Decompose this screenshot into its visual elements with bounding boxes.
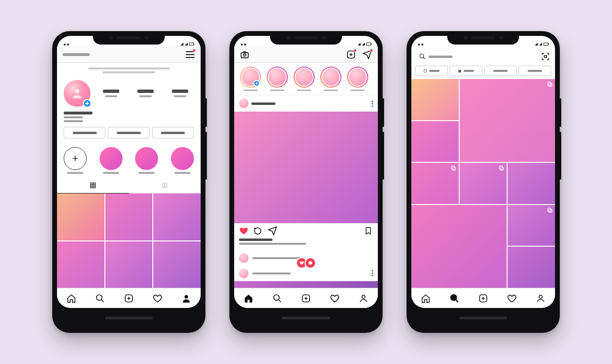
bottom-nav bbox=[57, 288, 201, 308]
category-chip[interactable] bbox=[450, 66, 482, 76]
message-button[interactable] bbox=[108, 127, 149, 138]
nav-home-icon[interactable] bbox=[421, 294, 431, 303]
multi-post-icon bbox=[499, 166, 504, 171]
more-button[interactable] bbox=[152, 127, 194, 138]
svg-point-17 bbox=[451, 295, 457, 300]
post-image[interactable] bbox=[234, 112, 378, 223]
multi-post-icon bbox=[451, 166, 456, 171]
svg-point-4 bbox=[97, 295, 102, 300]
feed-top-bar bbox=[234, 46, 378, 63]
explore-tile[interactable] bbox=[508, 163, 555, 204]
profile-avatar[interactable] bbox=[64, 80, 91, 107]
highlight-item[interactable] bbox=[171, 147, 194, 170]
follow-button[interactable] bbox=[64, 127, 105, 138]
menu-icon[interactable] bbox=[185, 50, 195, 59]
comment-reaction-icon bbox=[305, 257, 316, 269]
device-notch bbox=[447, 31, 519, 45]
nav-home-icon[interactable] bbox=[67, 294, 76, 303]
nav-search-icon[interactable] bbox=[450, 294, 459, 303]
device-notch bbox=[93, 31, 165, 45]
like-icon[interactable] bbox=[239, 226, 249, 236]
share-icon[interactable] bbox=[268, 226, 277, 236]
multi-post-icon bbox=[547, 82, 552, 87]
multi-post-icon bbox=[547, 208, 552, 213]
signal-icon bbox=[185, 43, 188, 46]
tab-grid[interactable] bbox=[57, 178, 129, 193]
save-icon[interactable] bbox=[363, 226, 373, 236]
new-post-icon[interactable] bbox=[346, 50, 356, 59]
tab-tagged[interactable] bbox=[129, 178, 201, 193]
nav-activity-icon[interactable] bbox=[507, 294, 517, 303]
explore-tile[interactable] bbox=[508, 247, 555, 288]
svg-point-11 bbox=[274, 295, 280, 300]
post-thumbnail[interactable] bbox=[105, 193, 153, 240]
profile-header bbox=[57, 76, 201, 143]
svg-point-19 bbox=[539, 295, 543, 298]
story-item[interactable] bbox=[346, 67, 369, 91]
search-input[interactable] bbox=[416, 50, 537, 63]
category-chip[interactable] bbox=[484, 66, 517, 76]
nav-activity-icon[interactable] bbox=[153, 294, 162, 303]
highlight-item[interactable] bbox=[100, 147, 123, 170]
explore-tile[interactable] bbox=[411, 79, 459, 120]
svg-point-6 bbox=[185, 295, 188, 298]
nav-profile-icon[interactable] bbox=[536, 294, 545, 303]
story-item[interactable] bbox=[293, 67, 316, 91]
add-story-badge[interactable] bbox=[83, 99, 91, 108]
explore-tile[interactable] bbox=[411, 163, 459, 204]
scan-icon[interactable] bbox=[541, 52, 550, 61]
highlight-item[interactable] bbox=[135, 147, 158, 170]
post-author-avatar[interactable] bbox=[239, 99, 249, 108]
stat-following[interactable] bbox=[166, 90, 194, 97]
svg-point-8 bbox=[244, 54, 246, 56]
explore-tile[interactable] bbox=[411, 121, 459, 162]
profile-posts-grid bbox=[57, 193, 201, 288]
svg-point-3 bbox=[164, 184, 165, 185]
post-options-icon[interactable] bbox=[372, 101, 373, 107]
nav-home-icon[interactable] bbox=[244, 294, 253, 303]
nav-search-icon[interactable] bbox=[272, 294, 282, 303]
svg-point-13 bbox=[362, 295, 365, 298]
stat-followers[interactable] bbox=[132, 90, 159, 97]
post-author-name[interactable] bbox=[251, 102, 275, 105]
your-story[interactable] bbox=[239, 67, 262, 91]
post-actions-bar bbox=[234, 223, 378, 239]
add-highlight-button[interactable]: + bbox=[64, 147, 87, 170]
post-thumbnail[interactable] bbox=[153, 241, 201, 288]
explore-tile[interactable] bbox=[460, 79, 555, 162]
category-chip[interactable] bbox=[415, 66, 448, 76]
post-thumbnail[interactable] bbox=[153, 193, 201, 240]
category-chip[interactable] bbox=[519, 66, 551, 76]
battery-icon bbox=[189, 43, 194, 46]
comment-options-icon[interactable] bbox=[372, 270, 373, 276]
camera-icon[interactable] bbox=[240, 50, 249, 59]
nav-add-icon[interactable] bbox=[301, 294, 311, 303]
story-item[interactable] bbox=[319, 67, 342, 91]
stat-posts[interactable] bbox=[97, 90, 125, 97]
username-label[interactable] bbox=[63, 53, 90, 56]
nav-add-icon[interactable] bbox=[124, 294, 134, 303]
nav-activity-icon[interactable] bbox=[330, 294, 340, 303]
post-thumbnail[interactable] bbox=[57, 241, 104, 288]
svg-rect-7 bbox=[241, 52, 249, 57]
search-icon bbox=[419, 53, 426, 60]
explore-tile[interactable] bbox=[508, 205, 555, 246]
messages-icon[interactable] bbox=[363, 50, 372, 59]
explore-tile[interactable] bbox=[411, 205, 507, 288]
nav-add-icon[interactable] bbox=[478, 294, 488, 303]
svg-rect-1 bbox=[91, 183, 96, 188]
nav-profile-icon[interactable] bbox=[359, 294, 368, 303]
nav-search-icon[interactable] bbox=[95, 294, 105, 303]
story-item[interactable] bbox=[266, 67, 289, 91]
post-thumbnail[interactable] bbox=[57, 193, 104, 240]
svg-point-10 bbox=[308, 261, 312, 265]
comment-icon[interactable] bbox=[253, 226, 263, 236]
post-image[interactable] bbox=[234, 281, 378, 288]
explore-tile[interactable] bbox=[460, 163, 507, 204]
phone-profile-mockup: + bbox=[52, 31, 205, 333]
svg-point-0 bbox=[75, 89, 79, 93]
search-bar bbox=[416, 49, 550, 64]
svg-point-14 bbox=[420, 54, 424, 58]
post-thumbnail[interactable] bbox=[105, 241, 153, 288]
nav-profile-icon[interactable] bbox=[181, 294, 191, 303]
